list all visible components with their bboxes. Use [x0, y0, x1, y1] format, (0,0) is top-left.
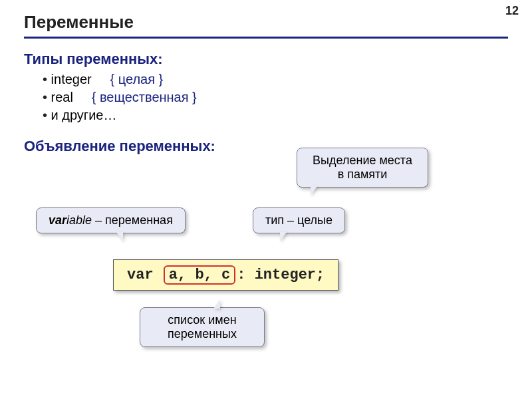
type-row-real: real { вещественная }: [43, 90, 508, 105]
declaration-heading: Объявление переменных:: [24, 138, 508, 155]
callout-variable-bold: var: [49, 213, 66, 227]
callout-variable-italic: iable: [66, 213, 92, 227]
type-comment: { целая }: [110, 72, 164, 86]
callout-memory-text: Выделение места в памяти: [313, 154, 412, 181]
type-comment: { вещественная }: [92, 90, 197, 104]
type-row-integer: integer { целая }: [43, 72, 508, 87]
type-name: integer: [51, 72, 92, 86]
callout-tail: [280, 232, 287, 241]
callout-variable-rest: – переменная: [92, 213, 173, 227]
type-other-text: и другие…: [51, 108, 117, 122]
callout-tail: [311, 186, 317, 196]
callout-tail: [213, 299, 220, 309]
slide-title: Переменные: [24, 12, 508, 39]
callout-type-text: тип – целые: [265, 213, 332, 227]
callout-variable: variable – переменная: [36, 207, 186, 233]
code-tail: : integer;: [237, 267, 325, 283]
code-declaration: var a, b, c: integer;: [113, 259, 338, 291]
callout-list: список имен переменных: [140, 307, 265, 347]
types-list: integer { целая } real { вещественная } …: [43, 72, 508, 123]
code-keyword: var: [127, 267, 162, 283]
callout-type: тип – целые: [253, 207, 345, 233]
slide: 12 Переменные Типы переменных: integer {…: [0, 0, 532, 399]
callout-tail: [116, 232, 123, 241]
type-row-other: и другие…: [43, 108, 508, 123]
callout-memory: Выделение места в памяти: [297, 148, 428, 188]
callout-list-text: список имен переменных: [168, 313, 237, 340]
types-heading: Типы переменных:: [24, 51, 508, 68]
type-name: real: [51, 90, 73, 104]
code-names-highlight: a, b, c: [164, 265, 235, 285]
page-number: 12: [505, 4, 519, 18]
